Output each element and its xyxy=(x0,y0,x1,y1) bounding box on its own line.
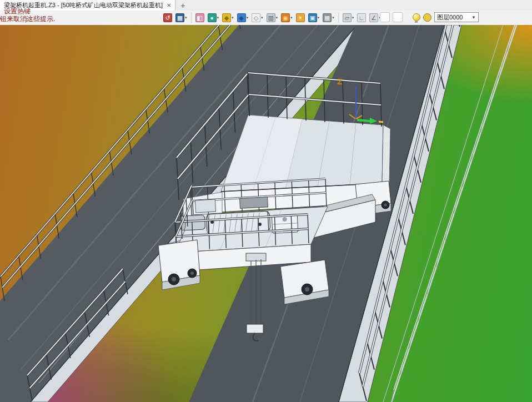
appearance-brush-icon: ● xyxy=(208,13,217,22)
wireframe-cube-icon: ◇ xyxy=(252,13,260,22)
axis-z-label: Z xyxy=(337,77,342,86)
monitor-display-icon[interactable]: ▣▾ xyxy=(307,12,321,24)
layer-combobox-caret-icon: ▼ xyxy=(471,15,476,20)
color-wheel-icon[interactable]: ◉▾ xyxy=(280,12,294,24)
blank-toggle-button-1[interactable] xyxy=(380,12,390,22)
display-right-cluster: 图层0000 ▼ xyxy=(380,12,479,22)
view-orient-cube-icon: ◆ xyxy=(222,13,231,22)
erase-display-icon: ◧ xyxy=(195,13,204,22)
dropdown-caret-icon[interactable]: ▾ xyxy=(290,16,293,20)
layer-combobox[interactable]: 图层0000 ▼ xyxy=(434,12,479,22)
regen-icon[interactable]: ↺ xyxy=(162,12,173,24)
dropdown-caret-icon[interactable]: ▾ xyxy=(276,16,278,20)
left-end-truck[interactable] xyxy=(158,240,200,290)
section-view-cube-icon: ▥ xyxy=(267,13,275,22)
datum-plane-icon: ▱ xyxy=(343,13,352,22)
light-render-icon[interactable]: ☀ xyxy=(295,12,306,24)
document-tab-title: 梁架桥机起重机.Z3 - [50吨桥式矿山电动双梁架桥机起重机] xyxy=(4,1,163,9)
selection-filter-icon[interactable]: ▦▾ xyxy=(174,12,188,24)
csys-tool-icon: ∟ xyxy=(357,13,366,22)
selection-filter-icon: ▦ xyxy=(175,13,184,22)
dropdown-caret-icon[interactable]: ▾ xyxy=(185,16,187,20)
shaded-display-cube-icon[interactable]: ◆▾ xyxy=(236,12,250,24)
new-tab-button[interactable]: + xyxy=(175,0,190,11)
main-toolbar: ↺▦▾◧●▾◆▾◆▾◇▾▥▾◉▾☀▣▾▦▾▱▾∟∠▾ 图层0000 ▼ xyxy=(0,11,532,25)
near-girder-end-block[interactable] xyxy=(280,260,329,304)
axis-tool-icon: ∠ xyxy=(369,13,378,22)
view-orient-cube-icon[interactable]: ◆▾ xyxy=(221,12,235,24)
toolbar-separator xyxy=(191,13,192,23)
datum-plane-icon[interactable]: ▱▾ xyxy=(342,12,355,24)
grid-toggle-icon[interactable]: ▦▾ xyxy=(322,12,335,24)
document-tab[interactable]: 梁架桥机起重机.Z3 - [50吨桥式矿山电动双梁架桥机起重机] ✕ xyxy=(0,0,175,11)
axis-tick xyxy=(379,122,383,122)
layer-combobox-value: 图层0000 xyxy=(437,13,463,22)
monitor-display-icon: ▣ xyxy=(308,13,317,22)
dropdown-caret-icon[interactable]: ▾ xyxy=(217,16,219,20)
erase-display-icon[interactable]: ◧ xyxy=(194,12,205,24)
csys-tool-icon[interactable]: ∟ xyxy=(356,12,367,24)
tab-close-icon[interactable]: ✕ xyxy=(167,3,171,8)
toolbar-icon-strip: ↺▦▾◧●▾◆▾◆▾◇▾▥▾◉▾☀▣▾▦▾▱▾∟∠▾ xyxy=(162,12,382,24)
wireframe-cube-icon[interactable]: ◇▾ xyxy=(250,12,264,24)
y-axis-line xyxy=(357,120,370,121)
dropdown-caret-icon[interactable]: ▾ xyxy=(352,16,354,20)
shaded-display-cube-icon: ◆ xyxy=(237,13,246,22)
dropdown-caret-icon[interactable]: ▾ xyxy=(332,16,334,20)
grid-toggle-icon: ▦ xyxy=(323,13,332,22)
layer-visibility-bulb-icon[interactable] xyxy=(413,13,420,21)
regen-icon: ↺ xyxy=(163,13,172,22)
document-tab-bar: 梁架桥机起重机.Z3 - [50吨桥式矿山电动双梁架桥机起重机] ✕ + xyxy=(0,0,532,11)
color-wheel-icon: ◉ xyxy=(281,13,290,22)
dropdown-caret-icon[interactable]: ▾ xyxy=(247,16,249,20)
layer-color-swatch[interactable] xyxy=(423,13,431,22)
dropdown-caret-icon[interactable]: ▾ xyxy=(232,16,234,20)
dropdown-caret-icon[interactable]: ▾ xyxy=(318,16,320,20)
section-view-cube-icon[interactable]: ▥▾ xyxy=(265,12,279,24)
toolbar-separator xyxy=(338,13,339,23)
light-render-icon: ☀ xyxy=(296,13,305,22)
blank-toggle-button-2[interactable] xyxy=(393,12,403,22)
appearance-brush-icon[interactable]: ●▾ xyxy=(207,12,220,24)
3d-viewport[interactable]: Z xyxy=(0,25,532,402)
crane-model-canvas: Z xyxy=(0,25,532,402)
dropdown-caret-icon[interactable]: ▾ xyxy=(261,16,263,20)
